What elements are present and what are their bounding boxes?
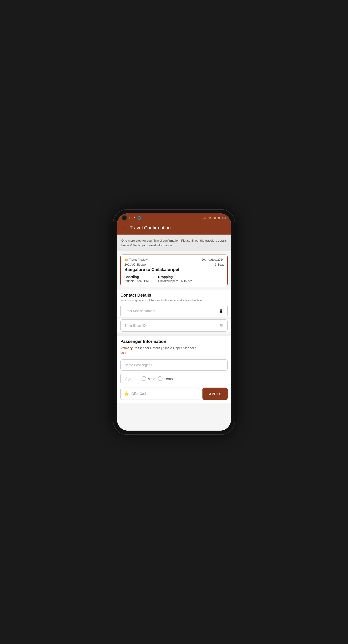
seat-code: U13 — [120, 351, 228, 356]
ticket-type: 2+1 A/C Sleeper — [124, 263, 147, 266]
male-radio[interactable] — [142, 376, 146, 381]
offer-code-input[interactable]: ⭐ Offer Code — [120, 388, 200, 400]
ticket-preview-text: Ticket Preview — [129, 258, 148, 261]
ticket-header-row: 🎫 Ticket Preview 26th August 2024 — [124, 258, 224, 261]
passenger-section-title: Passenger Information — [120, 339, 228, 344]
name-placeholder: Name Passenger 1 — [124, 363, 153, 367]
status-right: 2.00 KB/S 📶 📡 40% — [202, 217, 226, 219]
content-area: One more step for your Travel confirmati… — [117, 234, 231, 430]
dropping-value: Chilakaluripeta - 6:15 AM — [158, 279, 192, 283]
email-icon: ✉ — [220, 323, 224, 328]
status-bar: 1:27 🌐 2.00 KB/S 📶 📡 40% — [117, 214, 231, 222]
ticket-preview-label: 🎫 Ticket Preview — [124, 258, 148, 261]
offer-icon: ⭐ — [124, 391, 129, 396]
female-label: Female — [164, 377, 176, 381]
email-input-field[interactable]: Enter Email ID ✉ — [120, 320, 228, 332]
dropping-label: Dropping — [158, 275, 192, 279]
ticket-date: 26th August 2024 — [202, 258, 224, 261]
female-option[interactable]: Female — [158, 376, 176, 381]
name-input-field[interactable]: Name Passenger 1 — [120, 359, 228, 371]
camera-dot — [122, 215, 127, 220]
passenger-subtitle: Primary Passenger Details | Single Upper… — [120, 346, 228, 355]
boarding-dropping-row: Boarding Attibele - 5:45 PM Dropping Chi… — [124, 275, 224, 283]
globe-icon: 🌐 — [137, 216, 141, 220]
contact-section-title: Contact Details — [117, 290, 231, 299]
email-placeholder: Enter Email ID — [124, 324, 146, 328]
ticket-type-row: 2+1 A/C Sleeper 1 Seat — [124, 263, 224, 266]
boarding-block: Boarding Attibele - 5:45 PM — [124, 275, 149, 283]
male-label: Male — [148, 377, 155, 381]
contact-subtitle: Your booking details will be sent to thi… — [117, 299, 231, 305]
ticket-card: 🎫 Ticket Preview 26th August 2024 2+1 A/… — [120, 254, 228, 286]
passenger-detail-text: Passenger Details | Single Upper Sleeper… — [134, 346, 196, 350]
male-option[interactable]: Male — [142, 376, 155, 381]
phone-icon: 📱 — [218, 308, 224, 314]
phone-screen: 1:27 🌐 2.00 KB/S 📶 📡 40% ← Travel Confir… — [117, 214, 231, 430]
name-input-wrap: Name Passenger 1 — [117, 359, 231, 373]
ticket-icon: 🎫 — [124, 258, 128, 261]
passenger-section: Passenger Information Primary Passenger … — [117, 336, 231, 359]
info-text: One more step for your Travel confirmati… — [121, 238, 227, 248]
divider-1 — [117, 334, 231, 336]
info-banner: One more step for your Travel confirmati… — [117, 234, 231, 251]
age-gender-row: Age Male Female — [117, 373, 231, 388]
page-title: Travel Confirmation — [130, 225, 171, 230]
status-time: 1:27 — [129, 216, 135, 220]
offer-placeholder: Offer Code — [131, 392, 147, 396]
signal-icon: 📡 — [217, 217, 220, 219]
phone-frame: 1:27 🌐 2.00 KB/S 📶 📡 40% ← Travel Confir… — [113, 209, 235, 435]
route-title: Bangalore to Chilakaluripet — [124, 267, 224, 272]
age-placeholder: Age — [125, 377, 131, 380]
wifi-icon: 📶 — [213, 217, 216, 219]
boarding-value: Attibele - 5:45 PM — [124, 279, 149, 283]
app-header: ← Travel Confirmation — [117, 222, 231, 234]
email-input-wrap: Enter Email ID ✉ — [117, 320, 231, 332]
dropping-block: Dropping Chilakaluripeta - 6:15 AM — [158, 275, 192, 283]
contact-section: Contact Details Your booking details wil… — [117, 290, 231, 305]
back-button[interactable]: ← — [121, 225, 127, 231]
offer-row: ⭐ Offer Code APPLY — [117, 388, 231, 403]
age-input[interactable]: Age — [120, 373, 139, 384]
mobile-input-wrap: Enter Mobile Number 📱 — [117, 305, 231, 317]
mobile-placeholder: Enter Mobile Number — [124, 309, 155, 313]
primary-label: Primary — [120, 346, 133, 350]
network-speed: 2.00 KB/S — [202, 217, 212, 219]
battery-level: 40% — [221, 217, 226, 219]
female-radio[interactable] — [158, 376, 162, 381]
status-left: 1:27 🌐 — [122, 215, 141, 220]
boarding-label: Boarding — [124, 275, 149, 279]
seat-count: 1 Seat — [215, 263, 224, 266]
mobile-input-field[interactable]: Enter Mobile Number 📱 — [120, 305, 228, 317]
apply-button[interactable]: APPLY — [202, 388, 228, 400]
